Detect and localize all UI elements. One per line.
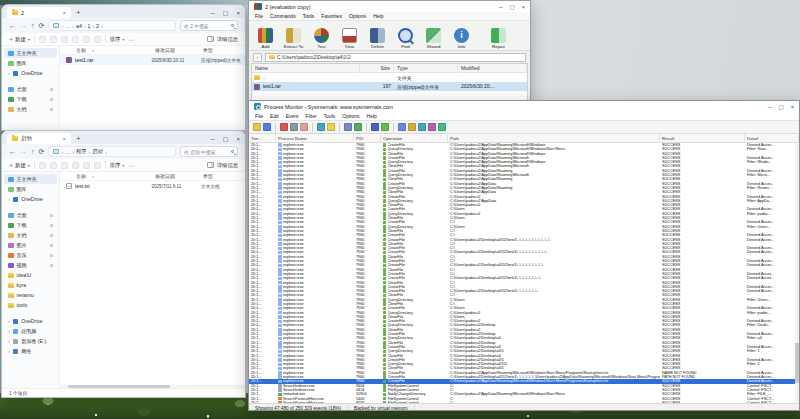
- column-header-类型[interactable]: 类型: [203, 173, 245, 179]
- breadcrumb-item[interactable]: …: [65, 149, 70, 155]
- extract-to-button[interactable]: Extract To: [280, 28, 307, 49]
- column-header-类型[interactable]: 类型: [203, 47, 245, 53]
- new-button[interactable]: + 新建 ▾: [9, 162, 30, 169]
- sidebar-item-桌面[interactable]: 桌面: [4, 210, 57, 220]
- close-button[interactable]: ×: [522, 4, 525, 10]
- maximize-button[interactable]: ▢: [510, 4, 515, 10]
- rename-icon[interactable]: [72, 162, 79, 169]
- sidebar-item-主文件夹[interactable]: 主文件夹: [4, 174, 57, 184]
- menu-tools[interactable]: Tools: [324, 113, 336, 119]
- sidebar-item-新加卷 (E:)[interactable]: ›新加卷 (E:): [4, 336, 57, 346]
- breadcrumb[interactable]: ›…›程序›启动›: [48, 146, 176, 157]
- include-process-icon[interactable]: [344, 123, 352, 131]
- breadcrumb-item[interactable]: 2: [96, 23, 99, 29]
- sidebar-item-文档[interactable]: 文档: [4, 104, 57, 114]
- menu-options[interactable]: Options: [349, 13, 366, 19]
- explorer-tab[interactable]: 2 ×: [7, 7, 71, 18]
- column-header-detail[interactable]: Detail: [745, 134, 799, 143]
- new-button[interactable]: + 新建 ▾: [9, 36, 30, 43]
- chevron-right-icon[interactable]: ›: [8, 318, 10, 324]
- cut-icon[interactable]: [39, 36, 46, 43]
- column-header-pid[interactable]: PID: [354, 134, 381, 143]
- menu-file[interactable]: File: [255, 13, 263, 19]
- column-header-path[interactable]: Path: [448, 134, 660, 143]
- scrollbar-thumb[interactable]: [68, 385, 170, 388]
- refresh-button[interactable]: ⟳: [39, 22, 45, 30]
- sidebar-item-renamu[interactable]: renamu: [4, 290, 57, 300]
- sidebar-item-OneDrive[interactable]: ›OneDrive: [4, 316, 57, 326]
- autoscroll-icon[interactable]: [290, 123, 298, 131]
- sidebar-item-图库[interactable]: 图库: [4, 58, 57, 68]
- archive-row[interactable]: test1.rar197压缩(zipped)文件夹2025/6/30 20:..…: [252, 82, 527, 91]
- more-options-button[interactable]: ⋯: [128, 162, 135, 169]
- rename-icon[interactable]: [72, 36, 79, 43]
- close-button[interactable]: ×: [236, 10, 240, 16]
- minimize-button[interactable]: ─: [499, 4, 503, 10]
- forward-button[interactable]: →: [20, 22, 27, 29]
- column-header-operation[interactable]: Operation: [381, 134, 448, 143]
- title-bar[interactable]: Process Monitor - Sysinternals: www.sysi…: [249, 101, 799, 112]
- breadcrumb-item[interactable]: 启动: [92, 148, 103, 155]
- sidebar-item-kyra[interactable]: kyra: [4, 280, 57, 290]
- sidebar-item-图片[interactable]: 图片: [4, 240, 57, 250]
- show-registry-icon[interactable]: [398, 123, 406, 131]
- maximize-button[interactable]: ▢: [223, 9, 229, 16]
- share-icon[interactable]: [83, 36, 90, 43]
- test-button[interactable]: Test: [308, 28, 335, 49]
- sidebar-item-桌面[interactable]: 桌面: [4, 84, 57, 94]
- chevron-right-icon[interactable]: ›: [8, 338, 10, 344]
- maximize-button[interactable]: ▢: [223, 135, 229, 142]
- breadcrumb[interactable]: ›…›a4›1›2›: [48, 20, 176, 31]
- jump-to-icon[interactable]: [381, 123, 389, 131]
- scrollbar-thumb[interactable]: [795, 343, 799, 383]
- chevron-right-icon[interactable]: ›: [8, 348, 10, 354]
- maximize-button[interactable]: ▢: [779, 104, 784, 110]
- sidebar-item-视频[interactable]: 视频: [4, 260, 57, 270]
- save-log-icon[interactable]: [263, 123, 271, 131]
- show-profiling-icon[interactable]: [438, 123, 446, 131]
- forward-button[interactable]: →: [20, 148, 27, 155]
- open-log-icon[interactable]: [253, 123, 261, 131]
- paste-icon[interactable]: [61, 36, 68, 43]
- sidebar-item-OneDrive[interactable]: ›OneDrive: [4, 194, 57, 204]
- menu-commands[interactable]: Commands: [270, 13, 296, 19]
- sidebar-item-网络[interactable]: ›网络: [4, 346, 57, 356]
- vertical-scrollbar[interactable]: [795, 143, 799, 403]
- sidebar-item-OneDrive[interactable]: ›OneDrive: [4, 68, 57, 78]
- event-row[interactable]: 20:1...SearchProtocolHost.exe8056FileSys…: [249, 401, 799, 403]
- up-one-level-button[interactable]: ↑: [253, 53, 262, 62]
- new-tab-button[interactable]: +: [76, 9, 81, 17]
- sidebar-item-音乐[interactable]: 音乐: [4, 250, 57, 260]
- details-pane-button[interactable]: 详细信息: [207, 162, 238, 169]
- sidebar-item-下载[interactable]: 下载: [4, 220, 57, 230]
- menu-options[interactable]: Options: [342, 113, 359, 119]
- menu-help[interactable]: Help: [373, 13, 383, 19]
- sidebar-item-此电脑[interactable]: ›此电脑: [4, 326, 57, 336]
- filter-icon[interactable]: [317, 123, 325, 131]
- delete-icon[interactable]: [94, 36, 101, 43]
- breadcrumb-item[interactable]: …: [65, 23, 70, 29]
- archive-row[interactable]: ..文件夹: [252, 73, 527, 82]
- sidebar-item-主文件夹[interactable]: 主文件夹: [4, 48, 57, 58]
- close-button[interactable]: ×: [791, 104, 794, 110]
- up-button[interactable]: ↑: [31, 22, 35, 29]
- highlight-icon[interactable]: [327, 123, 335, 131]
- menu-tools[interactable]: Tools: [303, 13, 315, 19]
- column-header-process name[interactable]: Process Name: [276, 134, 354, 143]
- find-button[interactable]: Find: [392, 28, 419, 49]
- column-header-modified[interactable]: Modified: [458, 64, 527, 73]
- column-header-名称[interactable]: 名称˄: [76, 173, 155, 179]
- close-button[interactable]: ×: [236, 136, 240, 142]
- sidebar-item-图库[interactable]: 图库: [4, 184, 57, 194]
- process-tree-icon[interactable]: [354, 123, 362, 131]
- clear-display-icon[interactable]: [300, 123, 308, 131]
- chevron-right-icon[interactable]: ›: [8, 70, 10, 76]
- title-bar[interactable]: 2 (evaluation copy) ─ ▢ ×: [249, 1, 530, 12]
- share-icon[interactable]: [83, 162, 90, 169]
- back-button[interactable]: ←: [9, 22, 16, 29]
- view-button[interactable]: View: [336, 28, 363, 49]
- minimize-button[interactable]: ─: [211, 10, 215, 16]
- show-process-icon[interactable]: [428, 123, 436, 131]
- column-header-修改日期[interactable]: 修改日期: [155, 47, 203, 53]
- explorer-tab[interactable]: 启动 ×: [7, 133, 71, 144]
